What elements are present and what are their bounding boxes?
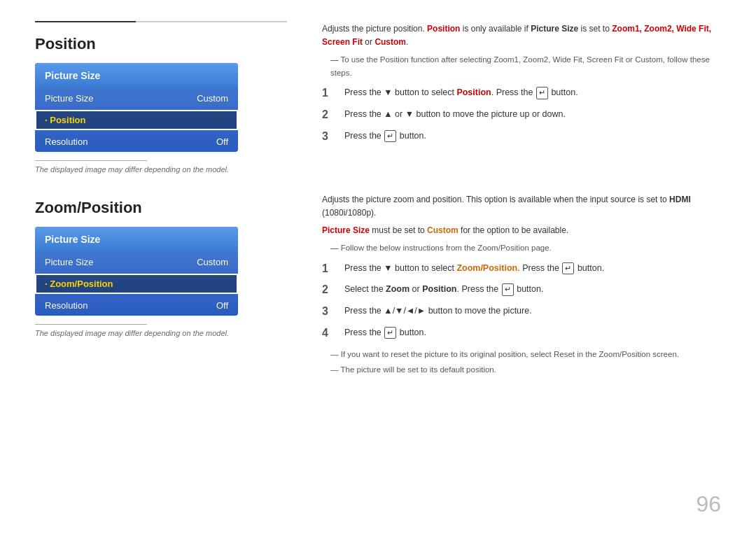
- zoom-step-3: 3 Press the ▲/▼/◄/► button to move the p…: [322, 304, 721, 319]
- position-fn-keyword: Position: [380, 55, 409, 64]
- position-description-block: Adjusts the picture position. Position i…: [322, 22, 721, 144]
- zoom-note-2: The picture will be set to its default p…: [322, 363, 721, 376]
- zoom-position-menu-box: Picture Size Picture Size Custom · Zoom/…: [35, 227, 238, 316]
- zoom-row-3-label: Resolution: [45, 300, 88, 311]
- top-divider: [35, 21, 287, 22]
- zoom-picsize-keyword: Picture Size: [322, 225, 370, 235]
- zoom-row-3-value: Off: [216, 300, 228, 311]
- picture-size-keyword: Picture Size: [531, 24, 578, 34]
- position-caption-line: [35, 160, 147, 161]
- position-section: Position Picture Size Picture Size Custo…: [35, 35, 287, 174]
- enter-btn-4: ↵: [502, 283, 514, 295]
- enter-btn-1: ↵: [536, 87, 548, 99]
- position-row-2-label: · Position: [45, 115, 86, 125]
- zoom-notes: If you want to reset the picture to its …: [322, 348, 721, 377]
- right-section-gap: [322, 151, 721, 193]
- zoom-desc-text2: Picture Size must be set to Custom for t…: [322, 224, 721, 237]
- zoom-caption: The displayed image may differ depending…: [35, 329, 287, 337]
- zoom-step2-zoom: Zoom: [386, 284, 410, 294]
- left-panel: Position Picture Size Picture Size Custo…: [35, 21, 301, 513]
- position-zoom-options: Zoom1: [493, 55, 519, 64]
- enter-btn-3: ↵: [562, 262, 574, 274]
- page-number: 96: [696, 491, 721, 517]
- zoom-row-2-label: · Zoom/Position: [45, 279, 113, 289]
- position-step1-keyword: Position: [456, 87, 491, 97]
- zoom-note-1: If you want to reset the picture to its …: [322, 348, 721, 360]
- zoom-position-menu-header: Picture Size: [35, 227, 238, 252]
- reset-keyword: Reset: [554, 350, 575, 358]
- position-row-1: Picture Size Custom: [35, 88, 238, 108]
- zoom-step2-position: Position: [422, 284, 456, 294]
- zoom-row-3: Resolution Off: [35, 295, 238, 316]
- position-row-1-label: Picture Size: [45, 93, 93, 104]
- hdmi-keyword: HDMI: [669, 195, 691, 204]
- position-menu-header: Picture Size: [35, 63, 238, 88]
- position-desc-text: Adjusts the picture position. Position i…: [322, 22, 721, 49]
- position-caption: The displayed image may differ depending…: [35, 165, 287, 174]
- zoom-desc-text: Adjusts the picture zoom and position. T…: [322, 193, 721, 220]
- zoom-row-1: Picture Size Custom: [35, 252, 238, 272]
- zoom-step-2: 2 Select the Zoom or Position. Press the…: [322, 283, 721, 297]
- zoom-step1-keyword: Zoom/Position: [456, 263, 517, 273]
- zoom-row-2-highlighted: · Zoom/Position: [35, 274, 238, 294]
- position-sub-note: To use the Position function after selec…: [322, 53, 721, 79]
- position-row-3-value: Off: [216, 136, 228, 147]
- zoom-position-title: Zoom/Position: [35, 199, 287, 217]
- position-steps: 1 Press the ▼ button to select Position.…: [322, 86, 721, 143]
- zoom-steps: 1 Press the ▼ button to select Zoom/Posi…: [322, 262, 721, 341]
- position-step-1: 1 Press the ▼ button to select Position.…: [322, 86, 721, 101]
- right-panel: Adjusts the picture position. Position i…: [301, 21, 721, 513]
- zoom-description-block: Adjusts the picture zoom and position. T…: [322, 193, 721, 377]
- position-row-1-value: Custom: [197, 93, 228, 104]
- position-title: Position: [35, 35, 287, 53]
- position-keyword: Position: [427, 24, 460, 34]
- enter-btn-2: ↵: [384, 130, 396, 142]
- zoom-sub-note: Follow the below instructions from the Z…: [322, 241, 721, 254]
- zoom-custom-keyword: Custom: [427, 225, 458, 235]
- position-step-2: 2 Press the ▲ or ▼ button to move the pi…: [322, 108, 721, 122]
- zoom-step-4: 4 Press the ↵ button.: [322, 326, 721, 341]
- zoom-caption-line: [35, 324, 147, 325]
- zoom-pos-screen-keyword: Zoom/Position: [599, 350, 651, 358]
- position-menu-box: Picture Size Picture Size Custom · Posit…: [35, 63, 238, 152]
- enter-btn-5: ↵: [384, 327, 396, 339]
- position-row-2-highlighted: · Position: [35, 110, 238, 130]
- zoom-step-1: 1 Press the ▼ button to select Zoom/Posi…: [322, 262, 721, 276]
- zoom-row-1-value: Custom: [197, 257, 228, 267]
- position-step-3: 3 Press the ↵ button.: [322, 129, 721, 144]
- zoom-row-1-label: Picture Size: [45, 257, 93, 267]
- position-row-3-label: Resolution: [45, 136, 88, 147]
- zoom-position-section: Zoom/Position Picture Size Picture Size …: [35, 199, 287, 337]
- custom-keyword: Custom: [374, 37, 406, 47]
- position-row-3: Resolution Off: [35, 132, 238, 152]
- zoom-page-keyword: Zoom/Position: [477, 244, 529, 252]
